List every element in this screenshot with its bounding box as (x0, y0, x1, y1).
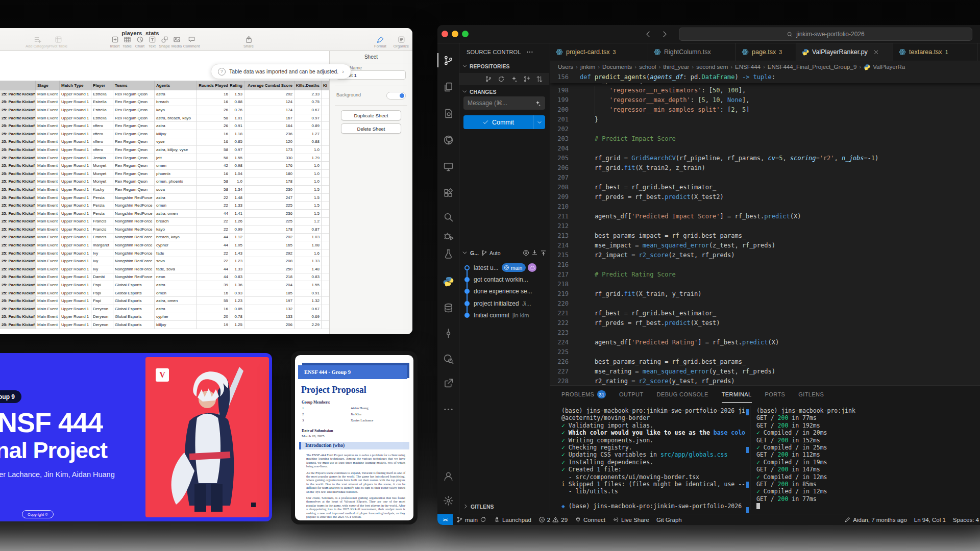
table-row[interactable]: 25: Pacific KickoffMain EventUpper Round… (0, 265, 330, 273)
cell[interactable]: Upper Round 1 (60, 170, 91, 178)
cell[interactable]: omen (155, 289, 197, 297)
terminal-right-pane[interactable]: (base) jins-macbook-pro:jinkGET / 200 in… (756, 407, 980, 510)
cell[interactable]: 1.5 (295, 210, 322, 218)
cell[interactable]: 0.99 (230, 226, 244, 234)
cell[interactable]: Rex Regum Qeon (113, 98, 155, 107)
cell[interactable]: 0.91 (295, 289, 322, 297)
cell[interactable]: Main Event (36, 146, 60, 154)
cell[interactable]: 1.23 (230, 297, 244, 305)
cell[interactable]: 22 (197, 249, 230, 258)
cell[interactable]: Rex Regum Qeon (113, 154, 155, 162)
cell[interactable]: Upper Round 1 (60, 265, 91, 273)
cell[interactable]: Global Esports (113, 281, 155, 289)
cell[interactable]: Main Event (36, 265, 60, 273)
python-activity-icon[interactable] (437, 272, 459, 290)
cell[interactable]: 1.0 (295, 162, 322, 170)
cell[interactable]: 44 (197, 210, 230, 218)
cell[interactable]: 26 (197, 106, 230, 114)
cell[interactable]: 176 (244, 162, 295, 170)
cell[interactable]: 1.23 (230, 257, 244, 265)
cell[interactable]: 1.33 (295, 257, 322, 265)
launchpad-status-item[interactable]: Launchpad (490, 514, 535, 525)
cell[interactable]: 58 (197, 186, 230, 194)
cell[interactable]: Rex Regum Qeon (113, 114, 155, 122)
cell[interactable]: 25: Pacific Kickoff (0, 194, 36, 202)
cell[interactable]: 1.34 (230, 186, 244, 194)
cell[interactable]: Main Event (36, 234, 60, 242)
cell[interactable]: Upper Round 1 (60, 122, 91, 130)
cell[interactable]: Nongshim RedForce (113, 202, 155, 210)
cell[interactable]: 25: Pacific Kickoff (0, 202, 36, 210)
command-center-search[interactable]: jinkim-swe-portfolio-2026 (679, 28, 972, 41)
cell[interactable]: Rex Regum Qeon (113, 138, 155, 146)
table-row[interactable]: 25: Pacific KickoffMain EventUpper Round… (0, 281, 330, 289)
table-row[interactable]: 25: Pacific KickoffMain EventUpper Round… (0, 226, 330, 234)
cell[interactable]: 225 (244, 202, 295, 210)
cell[interactable]: 124 (244, 98, 295, 107)
cell[interactable]: Deryeon (91, 313, 113, 321)
cell[interactable]: Kushy (91, 186, 113, 194)
cell[interactable]: 236 (244, 130, 295, 138)
cell[interactable]: fade, sova (155, 265, 197, 273)
cell[interactable]: cypher (155, 241, 197, 249)
cell[interactable]: 1.53 (230, 90, 244, 98)
cell[interactable]: margaret (91, 241, 113, 249)
column-header[interactable]: Stage (36, 81, 60, 90)
tab-debug-console[interactable]: DEBUG CONSOLE (657, 386, 708, 403)
cell[interactable]: 25: Pacific Kickoff (0, 210, 36, 218)
cell[interactable]: 1.6 (295, 249, 322, 258)
table-row[interactable]: 25: Pacific KickoffMain EventUpper Round… (0, 170, 330, 178)
cell[interactable]: 1.43 (230, 249, 244, 258)
search-activity-icon[interactable] (437, 208, 459, 226)
share-icon[interactable] (437, 373, 459, 392)
cell[interactable]: astra (155, 122, 197, 130)
table-row[interactable]: 25: Pacific KickoffMain EventUpper Round… (0, 218, 330, 226)
cell[interactable]: 133 (244, 313, 295, 321)
cell[interactable]: 25: Pacific Kickoff (0, 265, 36, 273)
cell[interactable]: 1.48 (230, 194, 244, 202)
cell[interactable]: 39 (197, 281, 230, 289)
cell[interactable]: 55 (197, 297, 230, 305)
cell[interactable]: Estrella (91, 114, 113, 122)
cell[interactable]: Nongshim RedForce (113, 234, 155, 242)
tab-problems[interactable]: PROBLEMS31 (561, 386, 606, 403)
pivot-table-button[interactable]: Pivot Table (47, 36, 69, 48)
table-row[interactable]: 25: Pacific KickoffMain EventUpper Round… (0, 257, 330, 265)
cell[interactable]: 1.5 (295, 202, 322, 210)
table-row[interactable]: 25: Pacific KickoffMain EventUpper Round… (0, 98, 330, 107)
cell[interactable]: Nongshim RedForce (113, 241, 155, 249)
cell[interactable]: Upper Round 1 (60, 194, 91, 202)
cell[interactable]: 218 (244, 273, 295, 282)
problems-status-item[interactable]: 229 (535, 514, 571, 525)
spreadsheet-table[interactable]: StageMatch TypePlayerTeamsAgentsRounds P… (0, 81, 330, 329)
cell[interactable]: 16 (197, 289, 230, 297)
cell[interactable]: 1.01 (230, 114, 244, 122)
cell[interactable]: 0.93 (230, 289, 244, 297)
cell[interactable]: 0.91 (230, 122, 244, 130)
cell[interactable]: astra (155, 90, 197, 98)
column-header[interactable]: Rounds Played (197, 81, 230, 90)
close-traffic-light[interactable] (442, 31, 448, 37)
cell[interactable]: 0.75 (295, 98, 322, 107)
cell[interactable]: Main Event (36, 297, 60, 305)
cell[interactable]: 44 (197, 241, 230, 249)
cell[interactable]: Papi (91, 289, 113, 297)
cell[interactable]: 25: Pacific Kickoff (0, 130, 36, 138)
cell[interactable]: 25: Pacific Kickoff (0, 114, 36, 122)
remote-indicator[interactable]: >< (437, 514, 453, 525)
cell[interactable]: Francis (91, 226, 113, 234)
zoom-traffic-light[interactable] (462, 31, 469, 37)
cell[interactable]: 178 (244, 178, 295, 186)
cell[interactable]: Main Event (36, 202, 60, 210)
cell[interactable]: Upper Round 1 (60, 106, 91, 114)
table-row[interactable]: 25: Pacific KickoffMain EventUpper Round… (0, 210, 330, 218)
cell[interactable]: 16 (197, 98, 230, 107)
cell[interactable]: 58 (197, 114, 230, 122)
cell[interactable]: Monyet (91, 170, 113, 178)
column-header[interactable]: Kills:Deaths (295, 81, 322, 90)
terminal-left-pane[interactable]: (base) jins-macbook-pro:jinkim-swe-portf… (561, 407, 745, 510)
close-icon[interactable] (873, 49, 879, 56)
cell[interactable]: 19 (197, 321, 230, 329)
cell[interactable]: Global Esports (113, 289, 155, 297)
cell[interactable]: Main Event (36, 194, 60, 202)
